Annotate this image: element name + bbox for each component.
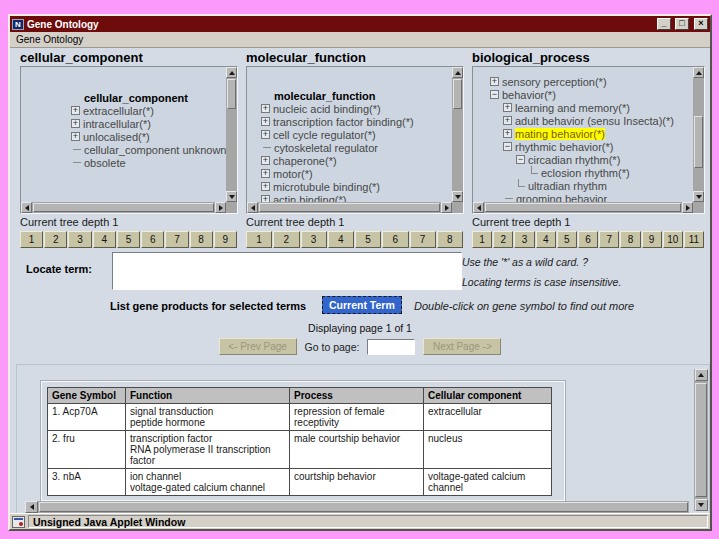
expand-icon[interactable]: +: [490, 77, 499, 86]
gene-symbol-cell[interactable]: 2. fru: [48, 431, 126, 469]
collapse-icon[interactable]: −: [516, 155, 525, 164]
tree-item[interactable]: +extracellular(*): [71, 104, 226, 117]
depth-button-1[interactable]: 1: [472, 231, 492, 248]
tree-item[interactable]: cellular_component: [71, 91, 226, 104]
tree-item[interactable]: +adult behavior (sensu Insecta)(*): [477, 114, 693, 127]
maximize-button[interactable]: □: [675, 18, 689, 30]
scroll-right-button[interactable]: [215, 202, 226, 213]
tree-item[interactable]: +actin binding(*): [261, 193, 452, 202]
scroll-track[interactable]: [226, 78, 237, 191]
collapse-icon[interactable]: −: [503, 142, 512, 151]
depth-button-9[interactable]: 9: [642, 231, 662, 248]
vertical-scrollbar[interactable]: [226, 67, 237, 202]
tree-item[interactable]: +nucleic acid binding(*): [261, 102, 452, 115]
tree-item[interactable]: molecular_function: [261, 89, 452, 102]
gene-symbol-cell[interactable]: 1. Acp70A: [48, 404, 126, 431]
depth-button-2[interactable]: 2: [273, 231, 299, 248]
scroll-track[interactable]: [258, 202, 441, 213]
scroll-track[interactable]: [452, 78, 463, 191]
gene-symbol-cell[interactable]: 3. nbA: [48, 469, 126, 496]
scroll-up-button[interactable]: [452, 67, 463, 78]
depth-button-6[interactable]: 6: [578, 231, 598, 248]
expand-icon[interactable]: +: [71, 119, 80, 128]
tree-item[interactable]: +motor(*): [261, 167, 452, 180]
depth-button-9[interactable]: 9: [214, 231, 237, 248]
expand-icon[interactable]: +: [261, 156, 270, 165]
tree-item[interactable]: −circadian rhythm(*): [477, 153, 693, 166]
scroll-right-button[interactable]: [441, 202, 452, 213]
scroll-thumb[interactable]: [695, 383, 707, 497]
depth-button-8[interactable]: 8: [620, 231, 640, 248]
expand-icon[interactable]: +: [261, 117, 270, 126]
tree-item[interactable]: +transcription factor binding(*): [261, 115, 452, 128]
scroll-track[interactable]: [38, 501, 689, 513]
depth-button-4[interactable]: 4: [328, 231, 354, 248]
scroll-down-button[interactable]: [695, 499, 708, 511]
results-vertical-scrollbar[interactable]: [694, 369, 708, 511]
scroll-left-button[interactable]: [247, 202, 258, 213]
scroll-left-button[interactable]: [21, 202, 32, 213]
scroll-thumb[interactable]: [33, 203, 214, 212]
expand-icon[interactable]: +: [503, 103, 512, 112]
tree-item[interactable]: +unlocalised(*): [71, 130, 226, 143]
depth-button-5[interactable]: 5: [117, 231, 140, 248]
depth-button-4[interactable]: 4: [93, 231, 116, 248]
expand-icon[interactable]: +: [71, 132, 80, 141]
scroll-thumb[interactable]: [485, 203, 681, 212]
scroll-thumb[interactable]: [259, 203, 440, 212]
tree-item[interactable]: grooming behavior: [477, 192, 693, 202]
tree-item[interactable]: cellular_component unknown(*): [71, 143, 226, 156]
depth-button-4[interactable]: 4: [536, 231, 556, 248]
collapse-icon[interactable]: −: [490, 90, 499, 99]
depth-button-10[interactable]: 10: [663, 231, 683, 248]
scroll-down-button[interactable]: [452, 191, 463, 202]
depth-button-6[interactable]: 6: [141, 231, 164, 248]
tree-item[interactable]: +cell cycle regulator(*): [261, 128, 452, 141]
prev-page-button[interactable]: <- Prev Page: [219, 338, 297, 355]
depth-button-11[interactable]: 11: [684, 231, 704, 248]
scroll-right-button[interactable]: [682, 202, 693, 213]
depth-button-6[interactable]: 6: [382, 231, 408, 248]
scroll-left-button[interactable]: [25, 501, 38, 513]
tree-item[interactable]: −behavior(*): [477, 88, 693, 101]
depth-button-1[interactable]: 1: [20, 231, 43, 248]
expand-icon[interactable]: +: [71, 106, 80, 115]
depth-button-7[interactable]: 7: [599, 231, 619, 248]
horizontal-scrollbar[interactable]: [473, 202, 693, 213]
tree-item[interactable]: ultradian rhythm: [477, 179, 693, 192]
table-row[interactable]: 1. Acp70Asignal transduction peptide hor…: [48, 404, 552, 431]
close-button[interactable]: ×: [694, 18, 708, 30]
tree-item[interactable]: +sensory perception(*): [477, 75, 693, 88]
scroll-left-button[interactable]: [473, 202, 484, 213]
expand-icon[interactable]: +: [261, 130, 270, 139]
table-row[interactable]: 3. nbAion channel voltage-gated calcium …: [48, 469, 552, 496]
tree-item[interactable]: +microtubule binding(*): [261, 180, 452, 193]
tree-item[interactable]: +mating behavior(*): [477, 127, 693, 140]
results-horizontal-scrollbar[interactable]: [25, 501, 689, 513]
depth-button-7[interactable]: 7: [165, 231, 188, 248]
depth-button-8[interactable]: 8: [190, 231, 213, 248]
depth-button-3[interactable]: 3: [301, 231, 327, 248]
scroll-track[interactable]: [694, 381, 708, 499]
current-term-button[interactable]: Current Term: [322, 296, 402, 314]
minimize-button[interactable]: _: [657, 18, 671, 30]
tree-item[interactable]: +intracellular(*): [71, 117, 226, 130]
vertical-scrollbar[interactable]: [693, 67, 704, 202]
scroll-thumb[interactable]: [694, 116, 703, 168]
depth-button-8[interactable]: 8: [437, 231, 463, 248]
menu-item-gene-ontology[interactable]: Gene Ontology: [10, 34, 89, 45]
goto-page-input[interactable]: [367, 339, 415, 355]
vertical-scrollbar[interactable]: [452, 67, 463, 202]
depth-button-1[interactable]: 1: [246, 231, 272, 248]
tree-item[interactable]: eclosion rhythm(*): [477, 166, 693, 179]
depth-button-3[interactable]: 3: [514, 231, 534, 248]
tree-item[interactable]: cytoskeletal regulator: [261, 141, 452, 154]
scroll-track[interactable]: [693, 78, 704, 191]
horizontal-scrollbar[interactable]: [21, 202, 226, 213]
next-page-button[interactable]: Next Page ->: [423, 338, 501, 355]
expand-icon[interactable]: +: [503, 116, 512, 125]
tree-item[interactable]: +learning and memory(*): [477, 101, 693, 114]
depth-button-7[interactable]: 7: [410, 231, 436, 248]
horizontal-scrollbar[interactable]: [247, 202, 452, 213]
scroll-up-button[interactable]: [693, 67, 704, 78]
